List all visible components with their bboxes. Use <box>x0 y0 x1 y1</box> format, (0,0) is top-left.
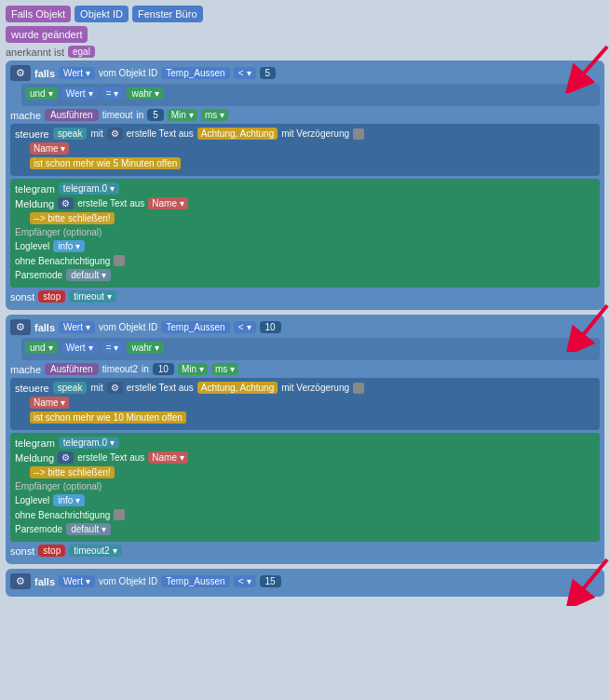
fenster-buero-block[interactable]: Fenster Büro <box>132 6 203 22</box>
vom-objekt-id-2: vom Objekt ID <box>99 322 157 332</box>
eq-block-2[interactable]: = ▾ <box>102 342 124 354</box>
telegram-value-block-1[interactable]: telegram.0 ▾ <box>59 182 119 195</box>
name-block-3[interactable]: Name ▾ <box>30 397 69 409</box>
temp-aussen-block-2[interactable]: Temp_Aussen <box>161 321 229 333</box>
mache-label-1: mache <box>10 110 41 121</box>
mit-label-1: mit <box>90 128 102 139</box>
arrow-1 <box>556 37 610 95</box>
bitte-schliessen-quote-2: --> bitte schließen! <box>30 466 115 478</box>
und-section-1: und ▾ Wert ▾ = ▾ wahr ▾ <box>21 84 600 106</box>
min-block-2[interactable]: Min ▾ <box>178 363 208 375</box>
default-badge-1[interactable]: default ▾ <box>66 269 111 281</box>
empfaenger-row-2: Empfänger (optional) <box>15 481 595 491</box>
ms-block-2[interactable]: ms ▾ <box>211 363 238 375</box>
name-block-1[interactable]: Name ▾ <box>30 142 69 155</box>
value-block-2[interactable]: 10 <box>260 321 281 333</box>
bitte-row-1: --> bitte schließen! <box>30 212 595 224</box>
timeout-label-inline-2: timeout2 <box>102 364 138 374</box>
falls-condition-2: ⚙ falls Wert ▾ vom Objekt ID Temp_Aussen… <box>10 319 600 335</box>
speak-block-1[interactable]: speak <box>53 128 88 140</box>
egal-block[interactable]: egal <box>68 46 95 58</box>
falls-objekt-block[interactable]: Falls Objekt <box>6 6 71 22</box>
ohne-label-2: ohne Benachrichtigung <box>15 510 110 520</box>
erstelle-label-2: erstelle Text aus <box>77 198 144 209</box>
mache-label-2: mache <box>10 364 41 375</box>
eq-block-1[interactable]: = ▾ <box>102 88 124 100</box>
parsemode-label-2: Parsemode <box>15 524 62 534</box>
steuere-row-2: steuere speak mit ⚙ erstelle Text aus Ac… <box>15 382 595 394</box>
wurde-geaendert-row: wurde geändert <box>6 26 604 43</box>
sonst-row-2: sonst stop timeout2 ▾ <box>10 545 600 557</box>
temp-aussen-block-3[interactable]: Temp_Aussen <box>161 575 229 587</box>
ausfuehren-block-2[interactable]: Ausführen <box>45 363 99 375</box>
erstelle-label-1: erstelle Text aus <box>127 128 194 139</box>
default-badge-2[interactable]: default ▾ <box>66 523 111 535</box>
falls-label-3: falls <box>34 576 55 587</box>
steuere-label-1: steuere <box>15 128 49 140</box>
falls-label-2: falls <box>34 322 55 333</box>
ohne-checkbox-1[interactable] <box>114 255 125 266</box>
telegram-label-1: telegram <box>15 183 55 195</box>
meldung-label-2: Meldung <box>15 452 54 464</box>
name-block-4[interactable]: Name ▾ <box>148 451 187 464</box>
lt-block-3[interactable]: < ▾ <box>234 575 256 587</box>
wert-block-1[interactable]: Wert ▾ <box>59 67 95 79</box>
wert2-block-2[interactable]: Wert ▾ <box>61 342 98 354</box>
cog-circle-2: ⚙ <box>10 319 31 335</box>
steuere-section-2: steuere speak mit ⚙ erstelle Text aus Ac… <box>10 378 600 430</box>
ms-block-1[interactable]: ms ▾ <box>201 109 228 121</box>
falls-section-3: ⚙ falls Wert ▾ vom Objekt ID Temp_Aussen… <box>6 569 604 597</box>
info-badge-1[interactable]: info ▾ <box>53 240 85 252</box>
ausfuehren-block-1[interactable]: Ausführen <box>45 109 99 121</box>
anerkannt-row: anerkannt ist egal <box>6 46 604 58</box>
empfaenger-label-2: Empfänger (optional) <box>15 481 102 491</box>
loglevel-label-2: Loglevel <box>15 495 49 505</box>
info-badge-2[interactable]: info ▾ <box>53 494 85 506</box>
parsemode-row-1: Parsemode default ▾ <box>15 269 595 281</box>
loglevel-row-1: Loglevel info ▾ <box>15 240 595 252</box>
wahr-block-2[interactable]: wahr ▾ <box>127 342 164 354</box>
loglevel-row-2: Loglevel info ▾ <box>15 494 595 506</box>
timeout-value-1[interactable]: 5 <box>147 109 164 121</box>
parsemode-label-1: Parsemode <box>15 270 62 280</box>
telegram-section-1: telegram telegram.0 ▾ Meldung ⚙ erstelle… <box>10 179 600 288</box>
speak-block-2[interactable]: speak <box>53 382 88 394</box>
timeout-value-2[interactable]: 10 <box>153 363 174 375</box>
objekt-id-badge[interactable]: Objekt ID <box>75 6 129 22</box>
wert2-block-1[interactable]: Wert ▾ <box>61 88 98 100</box>
und-block-1[interactable]: und ▾ <box>25 88 58 100</box>
timeout-label-inline-1: timeout <box>102 110 133 120</box>
stop-block-1[interactable]: stop <box>38 290 65 303</box>
cog-5: ⚙ <box>58 451 74 464</box>
value-block-3[interactable]: 15 <box>260 575 281 587</box>
wurde-geaendert-block[interactable]: wurde geändert <box>6 26 88 43</box>
name-block-2[interactable]: Name ▾ <box>148 197 187 209</box>
wert-block-3[interactable]: Wert ▾ <box>59 575 95 587</box>
telegram-row-1: telegram telegram.0 ▾ <box>15 182 595 195</box>
verzoegerung-checkbox-2[interactable] <box>353 383 364 394</box>
mache-row-2: mache Ausführen timeout2 in 10 Min ▾ ms … <box>10 363 600 375</box>
falls-section-1: ⚙ falls Wert ▾ vom Objekt ID Temp_Aussen… <box>6 61 604 310</box>
falls-section-2: ⚙ falls Wert ▾ vom Objekt ID Temp_Aussen… <box>6 315 604 564</box>
und-block-2[interactable]: und ▾ <box>25 342 58 354</box>
cog-3: ⚙ <box>58 197 74 209</box>
ohne-checkbox-2[interactable] <box>114 509 125 520</box>
wert-block-2[interactable]: Wert ▾ <box>59 321 95 333</box>
mit-verzoegerung-label-2: mit Verzögerung <box>281 383 349 393</box>
meldung-label-1: Meldung <box>15 198 54 209</box>
verzoegerung-checkbox-1[interactable] <box>353 128 364 140</box>
temp-aussen-block-1[interactable]: Temp_Aussen <box>161 67 229 79</box>
steuere-label-2: steuere <box>15 383 49 394</box>
empfaenger-label-1: Empfänger (optional) <box>15 227 102 237</box>
stop-block-2[interactable]: stop <box>38 545 65 557</box>
min-block-1[interactable]: Min ▾ <box>168 109 197 121</box>
wahr-block-1[interactable]: wahr ▾ <box>127 88 164 100</box>
lt-block-1[interactable]: < ▾ <box>234 67 256 79</box>
mit-verzoegerung-label-1: mit Verzögerung <box>281 128 349 139</box>
und-row-1: und ▾ Wert ▾ = ▾ wahr ▾ <box>25 88 596 100</box>
timeout-stop-block-2[interactable]: timeout2 ▾ <box>69 545 121 557</box>
lt-block-2[interactable]: < ▾ <box>234 321 256 333</box>
timeout-stop-block-1[interactable]: timeout ▾ <box>69 290 116 303</box>
telegram-value-block-2[interactable]: telegram.0 ▾ <box>59 437 119 449</box>
value-block-1[interactable]: 5 <box>260 67 277 79</box>
